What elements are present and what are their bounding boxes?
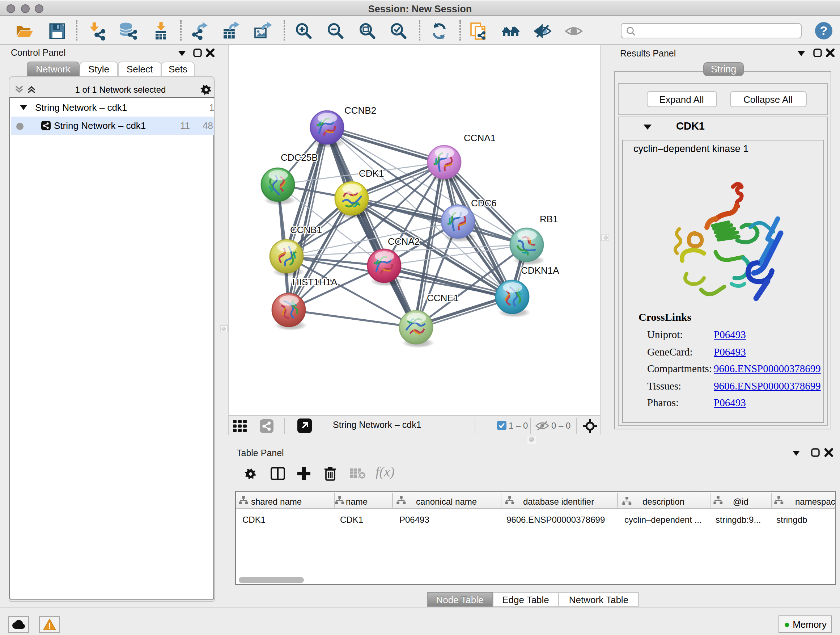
svg-text:HIST1H1A: HIST1H1A xyxy=(292,277,338,287)
svg-text:CCNA1: CCNA1 xyxy=(464,133,496,143)
svg-text:CDK1: CDK1 xyxy=(359,168,384,179)
svg-text:?: ? xyxy=(820,24,827,37)
svg-text:CDC6: CDC6 xyxy=(471,198,497,209)
svg-text:CCNA2: CCNA2 xyxy=(388,236,420,247)
svg-text:CCNB2: CCNB2 xyxy=(344,105,376,116)
svg-text:CCNB1: CCNB1 xyxy=(290,225,322,235)
svg-text:CCNE1: CCNE1 xyxy=(427,293,459,303)
svg-text:RB1: RB1 xyxy=(540,214,558,225)
svg-text:CDC25B: CDC25B xyxy=(281,152,318,163)
svg-text:CDKN1A: CDKN1A xyxy=(521,265,559,276)
